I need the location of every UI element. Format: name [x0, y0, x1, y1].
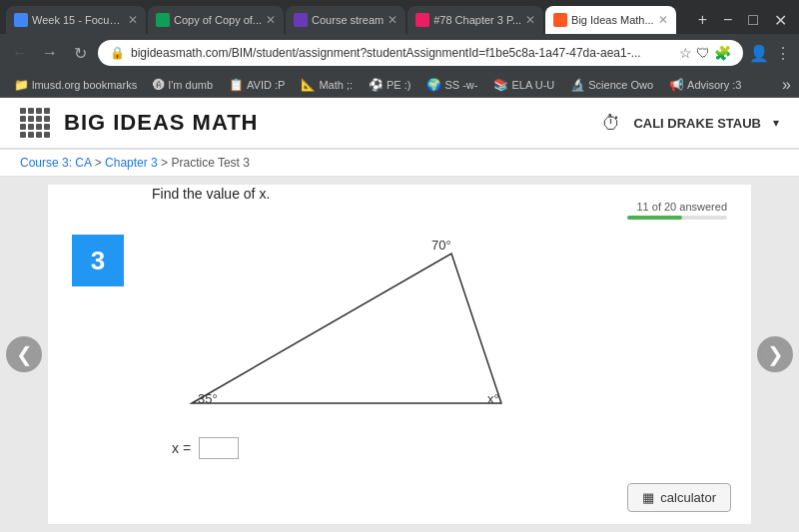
user-dropdown-icon[interactable]: ▾ — [773, 116, 779, 130]
bookmark-math[interactable]: 📐 Math ;: — [295, 76, 359, 94]
grid-cell — [36, 116, 42, 122]
puzzle-icon[interactable]: 🧩 — [714, 45, 731, 61]
bookmark-ss-icon: 🌍 — [426, 78, 441, 92]
grid-cell — [28, 116, 34, 122]
reload-button[interactable]: ↻ — [68, 44, 92, 63]
question-number: 3 — [91, 246, 105, 276]
bookmark-ela-icon: 📚 — [493, 78, 508, 92]
question-number-badge: 3 — [72, 235, 124, 286]
tab-week15[interactable]: Week 15 - Focus... ✕ — [6, 6, 146, 34]
tab-copyof[interactable]: Copy of Copy of... ✕ — [148, 6, 284, 34]
tab-close-chapter[interactable]: ✕ — [525, 13, 535, 27]
question-text: Find the value of x. — [152, 186, 727, 202]
bookmark-advisory[interactable]: 📢 Advisory :3 — [663, 76, 747, 94]
tab-course[interactable]: Course stream ✕ — [286, 6, 405, 34]
tab-favicon-copyof — [156, 13, 170, 27]
content-panel: 11 of 20 answered 3 Find the value of x. — [48, 185, 751, 524]
breadcrumb-course[interactable]: Course 3: CA — [20, 156, 91, 170]
bookmark-folder-icon: 📁 — [14, 78, 29, 92]
bookmark-advisory-label: Advisory :3 — [687, 79, 741, 91]
triangle-svg — [172, 214, 531, 433]
bookmark-math-icon: 📐 — [301, 78, 316, 92]
prev-button[interactable]: ❮ — [6, 336, 42, 372]
new-tab-button[interactable]: + — [692, 9, 713, 31]
tab-label-course: Course stream — [312, 14, 384, 26]
bottom-left-angle-label: 35° — [198, 391, 218, 406]
top-angle-label: 70° — [431, 238, 451, 253]
tab-chapter[interactable]: #78 Chapter 3 P... ✕ — [407, 6, 543, 34]
minimize-button[interactable]: − — [717, 9, 738, 31]
tab-bigideas[interactable]: Big Ideas Math... ✕ — [545, 6, 676, 34]
grid-menu-icon[interactable] — [20, 108, 50, 138]
grid-cell — [36, 108, 42, 114]
header-right: ⏱ CALI DRAKE STAUB ▾ — [601, 112, 779, 135]
tab-close-week15[interactable]: ✕ — [128, 13, 138, 27]
bookmark-dumb-label: I'm dumb — [168, 79, 213, 91]
tab-favicon-course — [294, 13, 308, 27]
maximize-button[interactable]: □ — [742, 9, 764, 31]
calculator-label: calculator — [660, 490, 716, 505]
tab-close-course[interactable]: ✕ — [388, 13, 398, 27]
next-button[interactable]: ❯ — [757, 336, 793, 372]
tab-close-bigideas[interactable]: ✕ — [658, 13, 668, 27]
breadcrumb-separator2: > — [161, 156, 171, 170]
address-bar[interactable]: 🔒 bigideasmath.com/BIM/student/assignmen… — [98, 40, 743, 66]
grid-cell — [28, 132, 34, 138]
next-question-nav[interactable]: ❯ — [751, 177, 799, 532]
bim-logo[interactable]: BIG IDEAS MATH — [64, 110, 258, 136]
grid-cell — [20, 132, 26, 138]
prev-question-nav[interactable]: ❮ — [0, 177, 48, 532]
close-window-button[interactable]: ✕ — [768, 9, 793, 32]
tab-close-copyof[interactable]: ✕ — [266, 13, 276, 27]
profile-button[interactable]: 👤 — [749, 44, 769, 63]
breadcrumb-chapter[interactable]: Chapter 3 — [105, 156, 158, 170]
bookmark-ss[interactable]: 🌍 SS -w- — [420, 76, 483, 94]
breadcrumb-current: Practice Test 3 — [171, 156, 249, 170]
answer-input[interactable] — [199, 437, 239, 459]
tab-label-chapter: #78 Chapter 3 P... — [433, 14, 521, 26]
bookmark-a-icon: 🅐 — [153, 78, 165, 92]
breadcrumb: Course 3: CA > Chapter 3 > Practice Test… — [0, 150, 799, 177]
tab-favicon-chapter — [415, 13, 429, 27]
bookmark-avid-label: AVID :P — [247, 79, 285, 91]
bookmark-advisory-icon: 📢 — [669, 78, 684, 92]
grid-cell — [36, 132, 42, 138]
tab-label-bigideas: Big Ideas Math... — [571, 14, 654, 26]
user-name[interactable]: CALI DRAKE STAUB — [633, 116, 761, 131]
forward-button[interactable]: → — [38, 44, 62, 62]
page-content: BIG IDEAS MATH ⏱ CALI DRAKE STAUB ▾ Cour… — [0, 98, 799, 532]
chevron-right-icon: ❯ — [767, 342, 784, 366]
answer-label: x = — [172, 440, 191, 456]
bookmark-ela-label: ELA U-U — [511, 79, 554, 91]
bookmark-pe-label: PE :) — [387, 79, 410, 91]
bookmark-science[interactable]: 🔬 Science Owo — [564, 76, 659, 94]
bookmarks-bar: 📁 lmusd.org bookmarks 🅐 I'm dumb 📋 AVID … — [0, 72, 799, 98]
bookmark-science-label: Science Owo — [588, 79, 653, 91]
tab-favicon-bigideas — [553, 13, 567, 27]
grid-cell — [44, 116, 50, 122]
address-bar-row: ← → ↻ 🔒 bigideasmath.com/BIM/student/ass… — [0, 34, 799, 72]
browser-actions: 👤 ⋮ — [749, 44, 791, 63]
more-options-button[interactable]: ⋮ — [775, 44, 791, 63]
bookmark-lmusd[interactable]: 📁 lmusd.org bookmarks — [8, 76, 143, 94]
timer-icon[interactable]: ⏱ — [601, 112, 621, 135]
tab-label-copyof: Copy of Copy of... — [174, 14, 262, 26]
bookmark-math-label: Math ;: — [319, 79, 353, 91]
calculator-button[interactable]: ▦ calculator — [627, 483, 731, 512]
answer-row: x = — [172, 437, 727, 459]
bookmark-ela[interactable]: 📚 ELA U-U — [487, 76, 560, 94]
bim-header: BIG IDEAS MATH ⏱ CALI DRAKE STAUB ▾ — [0, 98, 799, 150]
url-text: bigideasmath.com/BIM/student/assignment?… — [131, 46, 673, 60]
address-icons: ☆ 🛡 🧩 — [679, 45, 731, 61]
bookmark-dumb[interactable]: 🅐 I'm dumb — [147, 76, 219, 94]
more-bookmarks-button[interactable]: » — [782, 76, 791, 94]
back-button[interactable]: ← — [8, 44, 32, 62]
bookmark-star-icon[interactable]: ☆ — [679, 45, 692, 61]
bookmark-avid[interactable]: 📋 AVID :P — [223, 76, 291, 94]
security-lock-icon: 🔒 — [110, 46, 125, 60]
bookmark-pe-icon: ⚽ — [369, 78, 384, 92]
browser-chrome: Week 15 - Focus... ✕ Copy of Copy of... … — [0, 0, 799, 98]
bookmark-science-icon: 🔬 — [570, 78, 585, 92]
extension-icon[interactable]: 🛡 — [696, 45, 710, 61]
bookmark-pe[interactable]: ⚽ PE :) — [363, 76, 416, 94]
